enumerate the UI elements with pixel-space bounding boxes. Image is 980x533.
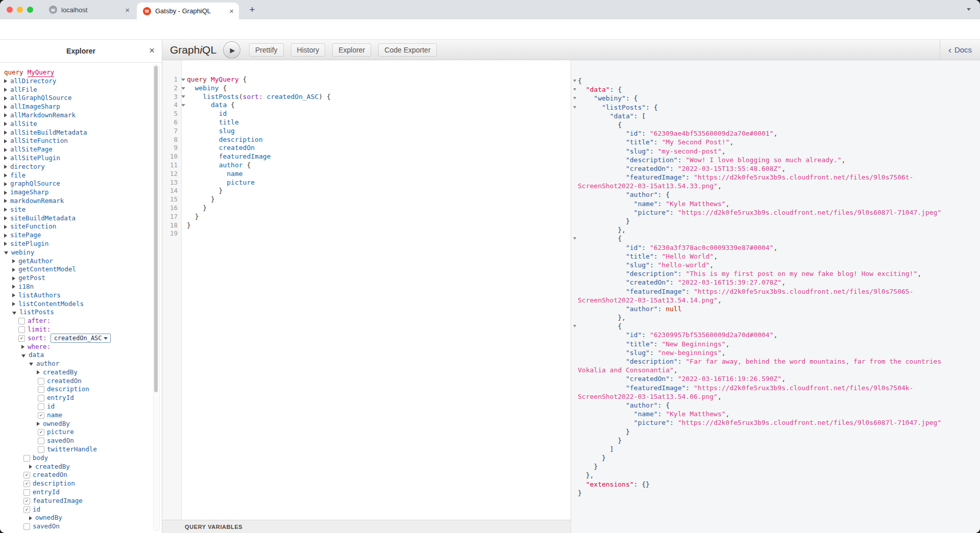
explorer-row-allImageSharp[interactable]: allImageSharp	[0, 103, 153, 111]
field-label[interactable]: file	[10, 171, 26, 180]
explorer-row-sitePlugin[interactable]: sitePlugin	[0, 240, 153, 248]
tab-close-icon[interactable]: ×	[125, 6, 130, 14]
field-label[interactable]: entryId	[47, 394, 74, 402]
explorer-row-name[interactable]: ✓name	[0, 411, 153, 420]
collapsed-arrow-icon[interactable]	[4, 216, 7, 220]
explorer-row-allSitePage[interactable]: allSitePage	[0, 145, 153, 154]
explorer-row-ownedBy[interactable]: ownedBy	[0, 420, 153, 428]
field-label[interactable]: allGraphQlSource	[10, 94, 71, 103]
editor-line[interactable]: 18}	[162, 221, 571, 230]
explorer-row-data[interactable]: data	[0, 351, 153, 360]
collapsed-arrow-icon[interactable]	[12, 259, 15, 263]
operation-name[interactable]: MyQuery	[28, 68, 55, 78]
history-button[interactable]: History	[291, 43, 326, 57]
field-label[interactable]: allDirectory	[10, 77, 56, 86]
checkbox-checked[interactable]: ✓	[23, 506, 30, 513]
checkbox-checked[interactable]: ✓	[18, 335, 25, 342]
explorer-row-getPost[interactable]: getPost	[0, 274, 153, 283]
fold-arrow-icon[interactable]	[571, 77, 578, 85]
explorer-row-allMarkdownRemark[interactable]: allMarkdownRemark	[0, 111, 153, 120]
explorer-row-description[interactable]: description	[0, 385, 153, 394]
field-label[interactable]: siteBuildMetadata	[10, 214, 76, 223]
editor-line[interactable]: 10 featuredImage	[162, 153, 571, 161]
checkbox-checked[interactable]: ✓	[38, 429, 44, 436]
explorer-row-featuredImage[interactable]: ✓featuredImage	[0, 497, 153, 505]
editor-line[interactable]: 17 }	[162, 213, 571, 221]
fold-arrow-icon[interactable]	[180, 75, 187, 84]
field-label[interactable]: picture	[47, 428, 74, 437]
field-label[interactable]: limit:	[28, 325, 51, 334]
editor-line[interactable]: 5 id	[162, 110, 571, 118]
field-label[interactable]: sort:	[28, 334, 47, 343]
editor-line[interactable]: 9 createdOn	[162, 144, 571, 153]
field-label[interactable]: markdownRemark	[10, 197, 64, 206]
collapsed-arrow-icon[interactable]	[4, 191, 7, 195]
checkbox[interactable]	[23, 455, 30, 462]
explorer-row-limit[interactable]: limit:	[0, 325, 153, 334]
collapsed-arrow-icon[interactable]	[4, 105, 7, 109]
explorer-row-allGraphQlSource[interactable]: allGraphQlSource	[0, 94, 153, 103]
field-label[interactable]: graphQlSource	[10, 180, 60, 188]
fold-arrow-icon[interactable]	[180, 101, 187, 110]
prettify-button[interactable]: Prettify	[249, 43, 284, 57]
collapsed-arrow-icon[interactable]	[4, 234, 7, 238]
collapsed-arrow-icon[interactable]	[4, 182, 7, 186]
field-label[interactable]: after:	[28, 317, 51, 325]
new-tab-button[interactable]: +	[246, 4, 258, 16]
query-variables-bar[interactable]: QUERY VARIABLES	[162, 520, 571, 533]
tab-localhost[interactable]: w localhost ×	[43, 0, 135, 19]
checkbox[interactable]	[38, 438, 44, 444]
explorer-button[interactable]: Explorer	[332, 43, 371, 57]
explorer-row-picture[interactable]: ✓picture	[0, 428, 153, 437]
collapsed-arrow-icon[interactable]	[12, 285, 15, 289]
explorer-row-allSitePlugin[interactable]: allSitePlugin	[0, 154, 153, 163]
fold-arrow-icon[interactable]	[180, 93, 187, 101]
fold-arrow-icon[interactable]	[571, 103, 578, 112]
explorer-row-imageSharp[interactable]: imageSharp	[0, 188, 153, 197]
field-label[interactable]: allSite	[10, 120, 37, 129]
explorer-row-sort[interactable]: ✓sort:createdOn_ASC	[0, 334, 153, 343]
collapsed-arrow-icon[interactable]	[12, 268, 15, 272]
explorer-row-sitePage[interactable]: sitePage	[0, 231, 153, 240]
field-label[interactable]: allSiteBuildMetadata	[10, 129, 87, 137]
fold-arrow-icon[interactable]	[571, 94, 578, 103]
field-label[interactable]: getContentModel	[18, 265, 76, 274]
field-label[interactable]: body	[33, 454, 48, 463]
explorer-row-listContentModels[interactable]: listContentModels	[0, 300, 153, 309]
field-label[interactable]: featuredImage	[33, 497, 83, 505]
explorer-row-author[interactable]: author	[0, 360, 153, 368]
field-label[interactable]: createdBy	[43, 368, 78, 377]
checkbox[interactable]	[38, 446, 44, 453]
collapsed-arrow-icon[interactable]	[4, 208, 7, 212]
explorer-row-createdOn[interactable]: ✓createdOn	[0, 471, 153, 479]
editor-line[interactable]: 11 author {	[162, 161, 571, 170]
explorer-row-where[interactable]: where:	[0, 343, 153, 351]
field-label[interactable]: sitePlugin	[10, 240, 48, 248]
checkbox[interactable]	[38, 395, 44, 401]
collapsed-arrow-icon[interactable]	[21, 345, 24, 349]
expanded-arrow-icon[interactable]	[29, 363, 33, 366]
explorer-row-description[interactable]: ✓description	[0, 479, 153, 488]
field-label[interactable]: twitterHandle	[47, 445, 97, 454]
explorer-row-getContentModel[interactable]: getContentModel	[0, 265, 153, 274]
fold-arrow-icon[interactable]	[571, 322, 578, 331]
collapsed-arrow-icon[interactable]	[4, 173, 7, 177]
tab-gatsby-graphiql[interactable]: w Gatsby - GraphiQL ×	[137, 3, 239, 19]
field-label[interactable]: allMarkdownRemark	[10, 111, 76, 120]
tab-search-chevron-icon[interactable]	[967, 8, 971, 11]
explorer-row-allSiteBuildMetadata[interactable]: allSiteBuildMetadata	[0, 129, 153, 137]
tab-close-icon[interactable]: ×	[229, 7, 234, 15]
explorer-row-createdBy[interactable]: createdBy	[0, 463, 153, 471]
field-label[interactable]: allImageSharp	[10, 103, 60, 111]
checkbox[interactable]	[38, 403, 44, 410]
editor-line[interactable]: 4 data {	[162, 101, 571, 110]
field-label[interactable]: name	[47, 411, 62, 420]
collapsed-arrow-icon[interactable]	[12, 302, 15, 306]
collapsed-arrow-icon[interactable]	[4, 122, 7, 126]
collapsed-arrow-icon[interactable]	[4, 156, 7, 160]
explorer-row-webiny[interactable]: webiny	[0, 248, 153, 257]
checkbox[interactable]	[38, 378, 44, 385]
collapsed-arrow-icon[interactable]	[12, 276, 15, 281]
checkbox-checked[interactable]: ✓	[23, 498, 30, 504]
field-label[interactable]: listPosts	[19, 308, 54, 317]
